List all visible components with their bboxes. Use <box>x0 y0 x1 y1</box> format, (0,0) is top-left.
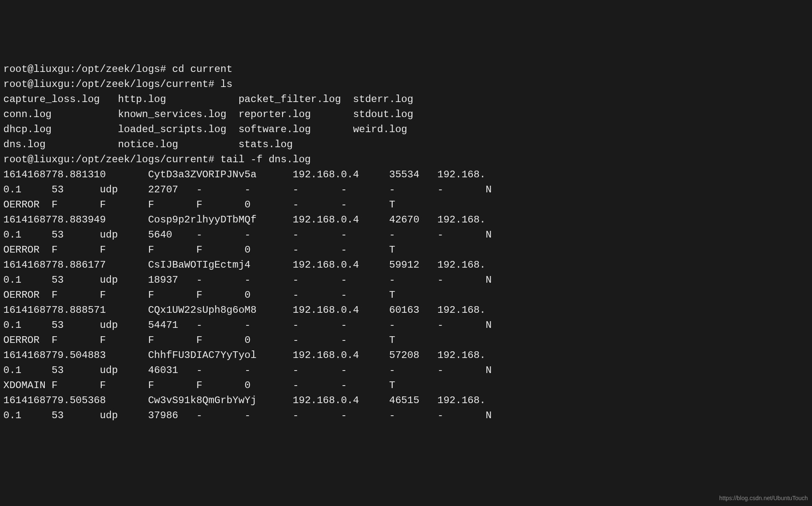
log-line: 0.1 53 udp 22707 - - - - - - N <box>3 184 492 195</box>
log-line: 0.1 53 udp 18937 - - - - - - N <box>3 274 492 286</box>
cmd-ls: ls <box>220 79 232 90</box>
prompt-3: root@liuxgu:/opt/zeek/logs/current# <box>3 154 220 165</box>
log-line: XDOMAIN F F F F 0 - - T <box>3 380 395 391</box>
log-line: 0.1 53 udp 37986 - - - - - - N <box>3 410 492 421</box>
log-line: 1614168778.881310 CytD3a3ZVORIPJNv5a 192… <box>3 169 486 180</box>
terminal-output[interactable]: root@liuxgu:/opt/zeek/logs# cd current r… <box>3 62 809 423</box>
ls-row: capture_loss.log http.log packet_filter.… <box>3 94 413 105</box>
log-line: 0.1 53 udp 46031 - - - - - - N <box>3 365 492 376</box>
prompt-2: root@liuxgu:/opt/zeek/logs/current# <box>3 79 220 90</box>
cmd-cd: cd current <box>172 64 232 75</box>
ls-row: dns.log notice.log stats.log <box>3 139 293 150</box>
cmd-tail: tail -f dns.log <box>220 154 311 165</box>
log-line: 0.1 53 udp 5640 - - - - - - N <box>3 229 492 240</box>
log-line: OERROR F F F F 0 - - T <box>3 199 395 210</box>
log-line: 1614168778.888571 CQx1UW22sUph8g6oM8 192… <box>3 304 486 316</box>
log-line: OERROR F F F F 0 - - T <box>3 335 395 346</box>
log-line: 1614168778.886177 CsIJBaWOTIgEctmj4 192.… <box>3 259 486 271</box>
log-line: OERROR F F F F 0 - - T <box>3 244 395 256</box>
ls-row: conn.log known_services.log reporter.log… <box>3 109 413 120</box>
log-line: 1614168779.505368 Cw3vS91k8QmGrbYwYj 192… <box>3 395 486 406</box>
prompt-1: root@liuxgu:/opt/zeek/logs# <box>3 64 172 75</box>
ls-row: dhcp.log loaded_scripts.log software.log… <box>3 124 407 135</box>
log-line: 1614168779.504883 ChhfFU3DIAC7YyTyol 192… <box>3 350 486 361</box>
log-line: OERROR F F F F 0 - - T <box>3 289 395 301</box>
log-line: 0.1 53 udp 54471 - - - - - - N <box>3 319 492 331</box>
watermark: https://blog.csdn.net/UbuntuTouch <box>719 494 808 503</box>
log-line: 1614168778.883949 Cosp9p2rlhyyDTbMQf 192… <box>3 214 486 225</box>
